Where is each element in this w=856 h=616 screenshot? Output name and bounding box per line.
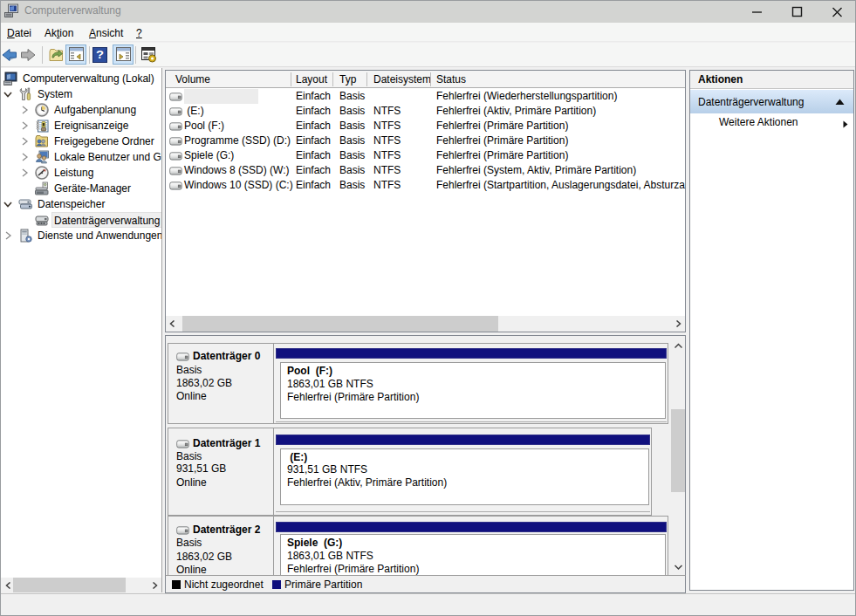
svg-text:?: ?	[96, 48, 104, 61]
